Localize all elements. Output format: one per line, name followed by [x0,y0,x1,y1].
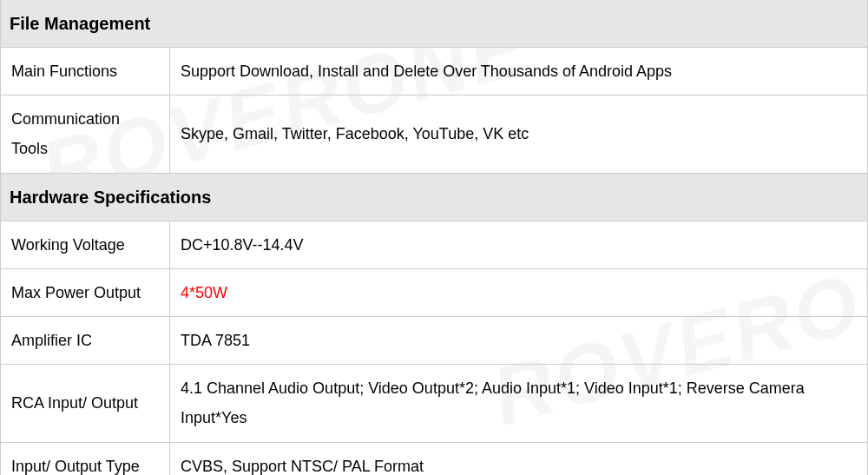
row-label: Working Voltage [1,221,170,268]
row-label: Communication Tools [1,96,170,173]
section-file-management: File Management [1,0,868,48]
row-value: 4*50W [170,268,868,316]
section-hardware-specifications: Hardware Specifications [1,173,868,221]
row-label: Main Functions [1,48,170,96]
table-row: Main Functions Support Download, Install… [1,48,868,96]
table-row: RCA Input/ Output 4.1 Channel Audio Outp… [1,365,868,442]
row-label: RCA Input/ Output [1,365,170,442]
row-label: Max Power Output [1,268,170,316]
row-value: Skype, Gmail, Twitter, Facebook, YouTube… [170,96,868,173]
row-value: Support Download, Install and Delete Ove… [170,48,868,96]
row-value: DC+10.8V--14.4V [170,221,868,268]
row-value: TDA 7851 [170,316,868,364]
table-row: Max Power Output 4*50W [1,268,868,316]
row-value: CVBS, Support NTSC/ PAL Format [170,442,868,475]
section-title: Hardware Specifications [1,173,868,221]
table-row: Amplifier IC TDA 7851 [1,316,868,364]
table-row: Input/ Output Type CVBS, Support NTSC/ P… [1,442,868,475]
row-label: Input/ Output Type [1,442,170,475]
table-row: Communication Tools Skype, Gmail, Twitte… [1,96,868,173]
row-label: Amplifier IC [1,316,170,364]
spec-table: File Management Main Functions Support D… [0,0,868,475]
section-title: File Management [1,0,868,48]
row-value: 4.1 Channel Audio Output; Video Output*2… [170,365,868,442]
table-row: Working Voltage DC+10.8V--14.4V [1,221,868,268]
